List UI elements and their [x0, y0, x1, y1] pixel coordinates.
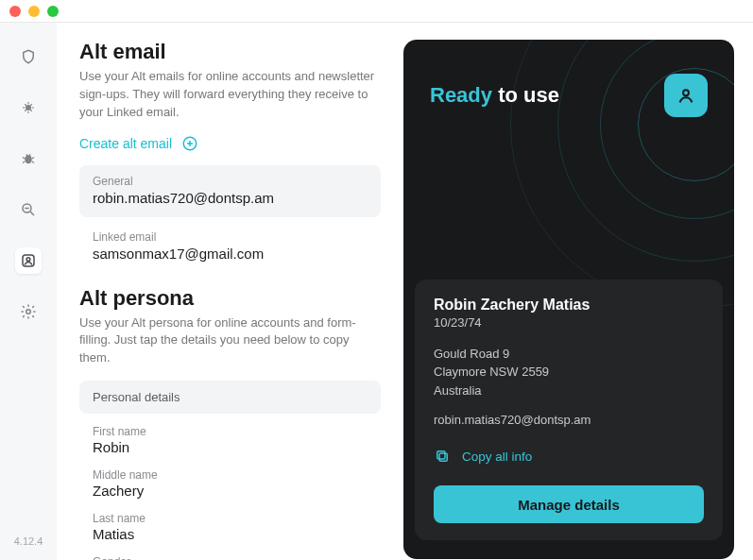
middle-name-label: Middle name: [93, 468, 368, 482]
alt-persona-title: Alt persona: [79, 286, 381, 311]
first-name-value: Robin: [93, 439, 368, 455]
ready-heading: Ready to use: [430, 83, 559, 108]
alt-email-desc: Use your Alt emails for online accounts …: [79, 68, 381, 122]
last-name-row[interactable]: Last name Matias: [79, 506, 381, 550]
first-name-row[interactable]: First name Robin: [79, 419, 381, 463]
gear-icon: [20, 303, 37, 320]
persona-full-name: Robin Zachery Matias: [434, 297, 704, 314]
linked-email-value: samsonmax17@gmail.com: [93, 246, 368, 262]
svg-point-1: [25, 155, 32, 163]
alt-email-title: Alt email: [79, 40, 381, 64]
ready-prefix: Ready: [430, 83, 492, 107]
persona-icon: [20, 252, 37, 269]
ready-suffix: to use: [498, 83, 559, 107]
gender-row[interactable]: Gender male: [79, 550, 381, 560]
minimize-window-button[interactable]: [28, 6, 40, 17]
create-alt-email-button[interactable]: Create alt email: [79, 135, 198, 152]
sidebar-item-bug[interactable]: [15, 145, 42, 172]
create-alt-email-label: Create alt email: [79, 136, 172, 151]
persona-dob: 10/23/74: [434, 315, 704, 330]
gender-label: Gender: [93, 555, 368, 560]
alt-persona-desc: Use your Alt persona for online accounts…: [79, 314, 381, 368]
persona-address: Gould Road 9 Claymore NSW 2559 Australia: [434, 345, 704, 400]
middle-name-row[interactable]: Middle name Zachery: [79, 463, 381, 506]
user-icon: [676, 85, 696, 106]
last-name-label: Last name: [93, 512, 368, 525]
sidebar-item-threat[interactable]: [15, 94, 42, 121]
avatar-badge: [664, 74, 708, 117]
bug-crosshair-icon: [20, 99, 37, 116]
copy-icon: [434, 448, 451, 465]
svg-line-3: [30, 212, 34, 215]
sidebar-item-search[interactable]: [15, 196, 42, 223]
first-name-label: First name: [93, 425, 368, 438]
address-line-2: Claymore NSW 2559: [434, 363, 704, 382]
svg-rect-13: [437, 451, 445, 459]
general-label: General: [93, 175, 368, 188]
address-line-1: Gould Road 9: [434, 345, 704, 364]
bug-icon: [20, 150, 37, 167]
persona-email: robin.matias720@dontsp.am: [434, 413, 704, 427]
general-email-value: robin.matias720@dontsp.am: [93, 190, 368, 206]
sidebar-item-persona[interactable]: [15, 247, 42, 274]
svg-rect-12: [439, 453, 447, 461]
linked-email-label: Linked email: [93, 230, 368, 244]
sidebar: 4.12.4: [0, 23, 57, 560]
linked-email-card[interactable]: Linked email samsonmax17@gmail.com: [79, 227, 381, 273]
sidebar-item-shield[interactable]: [15, 43, 42, 70]
persona-preview-panel: Ready to use Robin Zachery Matias 10/23/…: [403, 40, 734, 559]
manage-details-button[interactable]: Manage details: [434, 485, 704, 523]
middle-name-value: Zachery: [93, 483, 368, 499]
svg-point-6: [26, 258, 30, 262]
copy-all-info-label: Copy all info: [462, 450, 532, 464]
svg-point-0: [26, 105, 31, 110]
persona-info-card: Robin Zachery Matias 10/23/74 Gould Road…: [415, 280, 723, 541]
svg-point-11: [683, 90, 689, 95]
plus-circle-icon: [181, 135, 198, 152]
alt-email-general-card[interactable]: General robin.matias720@dontsp.am: [79, 165, 381, 217]
window-titlebar: [0, 0, 753, 23]
sidebar-item-settings[interactable]: [15, 298, 42, 325]
last-name-value: Matias: [93, 526, 368, 542]
app-version: 4.12.4: [14, 535, 43, 547]
zoom-out-icon: [20, 201, 37, 218]
copy-all-info-button[interactable]: Copy all info: [434, 448, 532, 465]
maximize-window-button[interactable]: [47, 6, 59, 17]
address-line-3: Australia: [434, 382, 704, 400]
shield-icon: [20, 48, 37, 65]
main-content: Alt email Use your Alt emails for online…: [79, 40, 381, 560]
svg-point-7: [26, 310, 31, 314]
close-window-button[interactable]: [9, 6, 21, 17]
personal-details-header: Personal details: [79, 381, 381, 414]
